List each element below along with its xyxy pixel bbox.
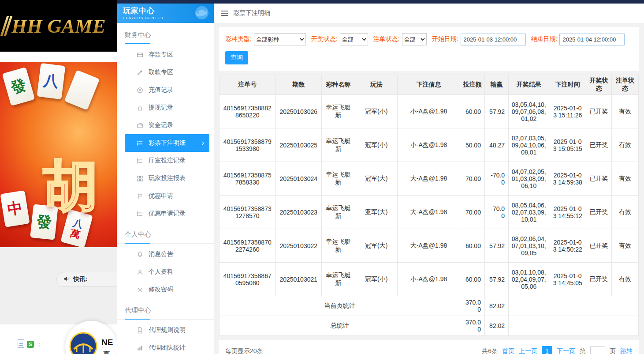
pagination-bar: 每页显示20条 共6条 首页 上一页 1 下一页 第 页 跳转 [219,340,639,354]
table-cell: 幸运飞艇新 [322,229,355,263]
summary-cell: 82.02 [484,296,508,316]
sidebar-item-player-bet-report[interactable]: 玩家投注报表 [125,169,209,187]
table-cell: 401569173588731278570 [220,196,275,229]
sidebar-item-agent-rules[interactable]: 代理规则说明 [125,321,209,339]
page-jump-input[interactable] [590,346,605,354]
draw-status-select[interactable]: 全部 [340,33,368,45]
gamepad-icon [190,4,210,24]
table-cell: 03,01,10,08,02,04,09,07,05,06 [509,263,549,296]
news-ticker: 快讯: [56,272,117,287]
table-cell: 60.00 [460,95,484,128]
sidebar-item-label: 个人资料 [149,268,173,276]
section-title: 个人中心 [117,230,214,244]
more-icon[interactable]: ⋮ [37,343,42,348]
sidebar-item-hall-bet-records[interactable]: 厅室投注记录 [125,152,209,169]
start-date-input[interactable] [461,34,526,45]
sogou-ime-icon[interactable]: S [27,341,34,348]
sidebar-item-funds-records[interactable]: 资金记录 [125,117,209,134]
sidebar-item-change-password[interactable]: 修改密码 [125,281,209,298]
section-title: 财务中心 [117,31,214,44]
bag-icon [136,104,143,111]
order-status-label: 注单状态: [373,35,400,43]
sidebar-item-agent-team-stats[interactable]: 代理团队统计 [125,339,209,354]
banner-big-character: 胡 [43,150,98,224]
lottery-type-select[interactable]: 全部彩种 [254,33,306,45]
main-content: 彩票下注明细 彩种类型: 全部彩种 开奖状态: 全部 注单状态: 全部 开始日期… [214,4,644,354]
sidebar-item-label: 优惠申请 [149,192,173,200]
sidebar-item-deposit-zone[interactable]: 存款专区 [125,46,209,64]
sidebar-item-label: 优惠申请记录 [149,210,186,218]
table-cell: 401569173588702274260 [220,229,275,263]
table-cell: 幸运飞艇新 [322,196,355,229]
card-icon [136,51,143,58]
summary-cell: 当前页统计 [220,296,460,316]
main-topbar: 彩票下注明细 [214,4,644,23]
table-cell: 有效 [612,162,639,196]
table-cell: 401569173588828650220 [220,95,275,128]
column-header: 开奖结果 [509,75,549,95]
sidebar-item-withdraw-zone[interactable]: 取款专区 [125,64,209,81]
sidebar-item-promo-apply-records[interactable]: 优惠申请记录 [125,205,209,222]
sidebar-item-label: 消息公告 [149,250,173,258]
next-page-link[interactable]: 下一页 [557,347,575,354]
table-cell: 57.92 [484,229,508,263]
table-cell: 20250103026 [275,95,322,128]
sidebar: 玩家中心 PLAYERS CENTER 财务中心存款专区取款专区充值记录提现记录… [117,4,214,354]
table-cell: -70.00 [484,196,508,229]
table-cell: 20250103025 [275,128,322,162]
table-cell: 57.92 [484,95,508,128]
news-ticker-zone: 快讯: [0,247,117,324]
sidebar-item-recharge-records[interactable]: 充值记录 [125,81,209,99]
order-status-select[interactable]: 全部 [402,33,427,45]
table-cell: 有效 [612,263,639,296]
sidebar-item-lottery-bet-details[interactable]: 彩票下注明细› [125,134,209,152]
table-cell: 20250103023 [275,196,322,229]
speaker-icon [63,275,70,283]
table-cell: 70.00 [460,196,484,229]
table-cell: 401569173588791533980 [220,128,275,162]
jump-button[interactable]: 跳转 [620,347,633,354]
column-header: 输赢 [484,75,508,95]
table-cell: 57.92 [484,263,508,296]
column-header: 期数 [275,75,322,95]
table-cell: 20250103024 [275,162,322,196]
logo-text: HH GAME [11,15,106,38]
end-date-input[interactable] [559,34,625,45]
sidebar-item-messages[interactable]: 消息公告 [125,245,209,263]
sidebar-item-promo-apply[interactable]: 优惠申请 [125,187,209,205]
table-cell: 04,07,02,05,01,03,08,09,06,10 [509,162,549,196]
table-row: 40156917358875785833020250103024幸运飞艇新冠军(… [220,162,639,196]
document-icon[interactable] [18,339,24,348]
site-logo: HH GAME [0,0,117,52]
sidebar-item-label: 代理规则说明 [149,326,186,334]
summary-cell [509,316,639,336]
table-cell: 有效 [612,128,639,162]
logo-mark [0,16,13,36]
table-cell: 2025-01-03 14:55:12 [549,196,586,229]
menu-icon[interactable] [221,11,228,16]
bet-table-card: 注单号期数彩种名称玩法下注信息投注额输赢开奖结果下注时间开奖状态注单状态4015… [219,75,639,336]
sidebar-item-profile[interactable]: 个人资料 [125,263,209,281]
prev-page-link[interactable]: 上一页 [519,347,537,354]
first-page-link[interactable]: 首页 [502,347,514,354]
table-cell: 大-A盘@1.98 [398,196,460,229]
table-cell: 2025-01-03 14:50:22 [549,229,586,263]
query-button[interactable]: 查询 [225,51,248,64]
summary-row: 当前页统计370.0082.02 [220,296,639,316]
screen: HH GAME 八萬發中八發 胡 快讯: NE 亨 [0,0,644,354]
jump-suffix-label: 页 [610,347,616,354]
sidebar-item-withdrawal-records[interactable]: 提现记录 [125,99,209,117]
summary-cell: 总统计 [220,316,460,336]
table-cell: 02,07,03,05,09,04,10,06,08,01 [509,128,549,162]
table-cell: 大-A盘@1.98 [398,229,460,263]
table-cell: 08,02,06,04,07,01,03,10,09,05 [509,229,549,263]
current-page[interactable]: 1 [542,346,552,354]
table-cell: 70.00 [460,162,484,196]
news-ticker-label: 快讯: [73,275,88,283]
list-icon [136,210,143,217]
table-cell: 已开奖 [586,263,612,296]
page-size-label: 每页显示20条 [225,347,263,354]
section-title: 代理中心 [117,306,214,320]
total-count: 共6条 [482,347,498,354]
sidebar-item-label: 资金记录 [149,121,173,129]
